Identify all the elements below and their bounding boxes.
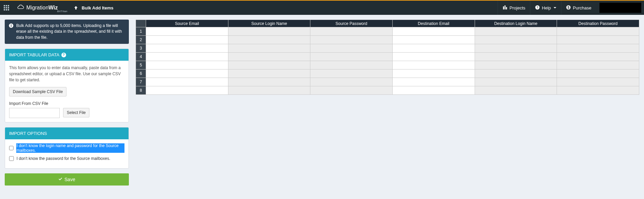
grid-cell[interactable] <box>310 86 393 95</box>
grid-cell[interactable] <box>146 36 228 44</box>
grid-cell[interactable] <box>392 53 475 61</box>
check-icon <box>58 177 62 182</box>
grid-cell[interactable] <box>146 27 228 36</box>
grid-cell[interactable] <box>392 27 475 36</box>
option-unknown-pass[interactable]: I don't know the password for the Source… <box>9 156 124 161</box>
brand[interactable]: MigrationWiz BitTitan <box>13 4 72 11</box>
account-box[interactable] <box>599 3 641 13</box>
grid-cell[interactable] <box>392 61 475 69</box>
import-options-panel: IMPORT OPTIONS I don't know the login na… <box>5 127 129 169</box>
info-banner: Bulk Add supports up to 5,000 items. Upl… <box>5 20 129 44</box>
svg-rect-3 <box>4 7 5 8</box>
grid-cell[interactable] <box>475 86 557 95</box>
grid-cell[interactable] <box>228 36 310 44</box>
grid-cell[interactable] <box>475 78 557 86</box>
grid-cell[interactable] <box>310 61 393 69</box>
grid-cell[interactable] <box>392 86 475 95</box>
grid-cell[interactable] <box>475 44 557 53</box>
grid-cell[interactable] <box>392 44 475 53</box>
content: Bulk Add supports up to 5,000 items. Upl… <box>0 15 644 190</box>
grid-row-header[interactable]: 4 <box>136 53 146 61</box>
grid-cell[interactable] <box>228 53 310 61</box>
table-row: 3 <box>136 44 639 53</box>
grid-cell[interactable] <box>228 61 310 69</box>
grid-row-header[interactable]: 1 <box>136 27 146 36</box>
grid-header-row: Source EmailSource Login NameSource Pass… <box>136 20 639 27</box>
grid-cell[interactable] <box>475 36 557 44</box>
option-unknown-login-pass-checkbox[interactable] <box>9 146 13 150</box>
import-help-icon[interactable]: ? <box>61 53 66 57</box>
grid-cell[interactable] <box>392 69 475 78</box>
option-unknown-login-pass[interactable]: I don't know the login name and password… <box>9 143 124 153</box>
grid-col-header[interactable]: Source Login Name <box>228 20 310 27</box>
table-row: 2 <box>136 36 639 44</box>
grid-cell[interactable] <box>557 86 639 95</box>
grid-cell[interactable] <box>310 78 393 86</box>
grid-cell[interactable] <box>228 69 310 78</box>
nav-purchase[interactable]: $ Purchase <box>561 1 596 15</box>
grid-cell[interactable] <box>146 86 228 95</box>
grid-cell[interactable] <box>392 78 475 86</box>
grid-cell[interactable] <box>310 27 393 36</box>
table-row: 4 <box>136 53 639 61</box>
grid-cell[interactable] <box>228 86 310 95</box>
grid-cell[interactable] <box>146 44 228 53</box>
grid-cell[interactable] <box>475 53 557 61</box>
svg-rect-7 <box>6 9 7 10</box>
grid-col-header[interactable]: Destination Email <box>392 20 475 27</box>
grid-cell[interactable] <box>146 69 228 78</box>
grid-cell[interactable] <box>310 44 393 53</box>
apps-grid-icon[interactable] <box>0 1 13 15</box>
svg-rect-5 <box>8 7 9 8</box>
select-file-button[interactable]: Select File <box>63 108 89 117</box>
download-sample-button[interactable]: Download Sample CSV File <box>9 87 66 96</box>
grid-cell[interactable] <box>146 53 228 61</box>
grid-cell[interactable] <box>310 69 393 78</box>
import-file-input[interactable] <box>9 108 60 118</box>
grid-cell[interactable] <box>475 69 557 78</box>
grid-cell[interactable] <box>310 53 393 61</box>
grid-cell[interactable] <box>392 36 475 44</box>
grid-col-header[interactable]: Source Email <box>146 20 228 27</box>
import-tabular-panel: IMPORT TABULAR DATA ? This form allows y… <box>5 49 129 122</box>
grid-cell[interactable] <box>228 78 310 86</box>
grid-row-header[interactable]: 7 <box>136 78 146 86</box>
breadcrumb-up-icon[interactable] <box>72 4 80 11</box>
grid-cell[interactable] <box>557 27 639 36</box>
option-unknown-pass-checkbox[interactable] <box>9 156 14 161</box>
grid-cell[interactable] <box>228 27 310 36</box>
grid-cell[interactable] <box>557 44 639 53</box>
grid-row-header[interactable]: 6 <box>136 69 146 78</box>
grid-col-header[interactable]: Destination Password <box>557 20 639 27</box>
grid-cell[interactable] <box>475 27 557 36</box>
table-row: 7 <box>136 78 639 86</box>
grid-cell[interactable] <box>557 69 639 78</box>
grid-col-header[interactable]: Destination Login Name <box>475 20 557 27</box>
nav-help[interactable]: ? Help <box>530 1 561 15</box>
import-file-label: Import From CSV File <box>9 101 124 106</box>
grid-row-header[interactable]: 5 <box>136 61 146 69</box>
nav-projects[interactable]: Projects <box>498 1 530 15</box>
grid-cell[interactable] <box>557 61 639 69</box>
grid-cell[interactable] <box>557 53 639 61</box>
grid-cell[interactable] <box>310 36 393 44</box>
breadcrumb-label: Bulk Add Items <box>82 5 113 10</box>
grid-row-header[interactable]: 3 <box>136 44 146 53</box>
grid-cell[interactable] <box>146 78 228 86</box>
svg-rect-4 <box>6 7 7 8</box>
import-tabular-header: IMPORT TABULAR DATA ? <box>5 49 129 61</box>
grid-cell[interactable] <box>557 78 639 86</box>
grid-corner <box>136 20 146 27</box>
grid-cell[interactable] <box>475 61 557 69</box>
option-unknown-login-pass-label: I don't know the login name and password… <box>16 143 124 153</box>
svg-rect-6 <box>4 9 5 10</box>
table-row: 6 <box>136 69 639 78</box>
grid-cell[interactable] <box>146 61 228 69</box>
grid-row-header[interactable]: 2 <box>136 36 146 44</box>
grid-cell[interactable] <box>228 44 310 53</box>
grid-cell[interactable] <box>557 36 639 44</box>
grid-col-header[interactable]: Source Password <box>310 20 393 27</box>
save-button[interactable]: Save <box>5 173 129 186</box>
import-tabular-title: IMPORT TABULAR DATA <box>9 52 59 57</box>
grid-row-header[interactable]: 8 <box>136 86 146 95</box>
